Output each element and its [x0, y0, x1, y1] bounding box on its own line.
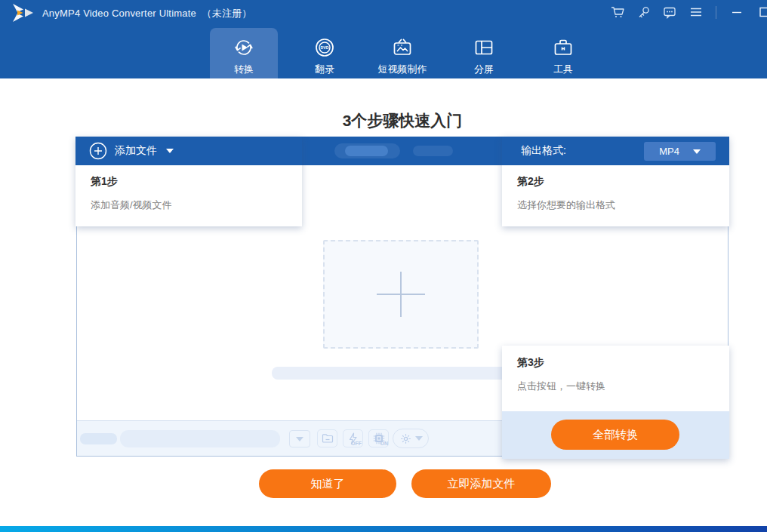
- output-format-label: 输出格式:: [521, 144, 566, 158]
- tab-convert[interactable]: 转换: [210, 28, 278, 78]
- dimmed-toolbar-button: [413, 146, 453, 156]
- dimmed-toolbar-button: [334, 143, 400, 158]
- tv-icon: [391, 36, 414, 59]
- off-tag: OFF: [351, 441, 362, 446]
- add-files-button[interactable]: 添加文件: [89, 142, 174, 160]
- license-status: （未注册）: [202, 8, 252, 19]
- chevron-down-icon: [693, 149, 701, 154]
- step2-description: 选择你想要的输出格式: [517, 198, 729, 212]
- tab-toolbox[interactable]: 工具: [529, 28, 597, 78]
- step3-card: 第3步 点击按钮，一键转换 全部转换: [502, 346, 729, 459]
- tab-label: 翻录: [315, 63, 334, 76]
- step3-card-footer: 全部转换: [502, 411, 729, 459]
- titlebar: AnyMP4 Video Converter Ultimate （未注册）: [0, 0, 767, 25]
- output-format-dropdown[interactable]: MP4: [644, 142, 716, 161]
- convert-icon: [233, 36, 255, 59]
- tab-label: 转换: [234, 63, 254, 76]
- cart-icon[interactable]: [610, 5, 625, 20]
- minimize-button[interactable]: [729, 5, 744, 20]
- got-it-button[interactable]: 知道了: [259, 469, 396, 498]
- on-tag: ON: [380, 441, 389, 446]
- gear-icon: [399, 432, 412, 445]
- settings-button[interactable]: [393, 429, 429, 448]
- gpu-accel-on-button[interactable]: ON: [368, 429, 389, 447]
- promo-banner-strip: [0, 526, 767, 532]
- titlebar-divider: [716, 6, 716, 19]
- tab-label: 工具: [553, 63, 573, 76]
- step3-title: 第3步: [517, 356, 729, 370]
- step2-card: 输出格式: MP4 第2步 选择你想要的输出格式: [502, 137, 729, 226]
- tab-label: 短视频制作: [378, 63, 427, 76]
- app-logo-icon: [11, 3, 35, 23]
- feedback-icon[interactable]: [662, 5, 677, 20]
- add-files-label: 添加文件: [115, 144, 157, 158]
- maximize-button[interactable]: [757, 5, 767, 20]
- app-header: AnyMP4 Video Converter Ultimate （未注册）: [0, 0, 767, 78]
- svg-text:DVD: DVD: [321, 45, 329, 50]
- tab-label: 分屏: [474, 63, 494, 76]
- tab-rip[interactable]: DVD 翻录: [291, 28, 359, 78]
- hardware-accel-off-button[interactable]: OFF: [343, 429, 363, 447]
- split-screen-icon: [473, 36, 495, 59]
- step1-description: 添加音频/视频文件: [91, 198, 302, 212]
- chevron-down-icon: [296, 437, 303, 441]
- step3-description: 点击按钮，一键转换: [517, 380, 729, 393]
- output-path-field[interactable]: [120, 430, 280, 447]
- chevron-down-icon: [415, 436, 423, 441]
- save-to-label-placeholder: [80, 433, 117, 444]
- step2-title: 第2步: [517, 175, 729, 189]
- step1-card-header: 添加文件: [75, 137, 302, 165]
- onboarding-heading: 3个步骤快速入门: [76, 110, 728, 131]
- step1-title: 第1步: [91, 175, 302, 189]
- output-format-value: MP4: [659, 146, 679, 157]
- toolbox-icon: [552, 36, 574, 59]
- convert-all-button[interactable]: 全部转换: [551, 420, 679, 450]
- plus-circle-icon: [89, 142, 107, 160]
- step1-card: 添加文件 第1步 添加音频/视频文件: [75, 137, 302, 226]
- dvd-icon: DVD: [313, 36, 336, 59]
- folder-icon: [322, 433, 334, 444]
- output-path-dropdown[interactable]: [289, 430, 310, 447]
- tab-split-screen[interactable]: 分屏: [450, 28, 518, 78]
- add-files-now-button[interactable]: 立即添加文件: [411, 469, 551, 498]
- chevron-down-icon: [166, 149, 174, 153]
- menu-icon[interactable]: [688, 5, 704, 20]
- key-icon[interactable]: [636, 5, 651, 20]
- step2-card-header: 输出格式: MP4: [502, 137, 729, 165]
- dimmed-hint-bar: [272, 367, 538, 380]
- window-title: AnyMP4 Video Converter Ultimate （未注册）: [42, 7, 252, 20]
- open-folder-button[interactable]: [317, 429, 337, 447]
- tab-short-video[interactable]: 短视频制作: [361, 28, 444, 78]
- file-drop-zone[interactable]: [323, 240, 479, 349]
